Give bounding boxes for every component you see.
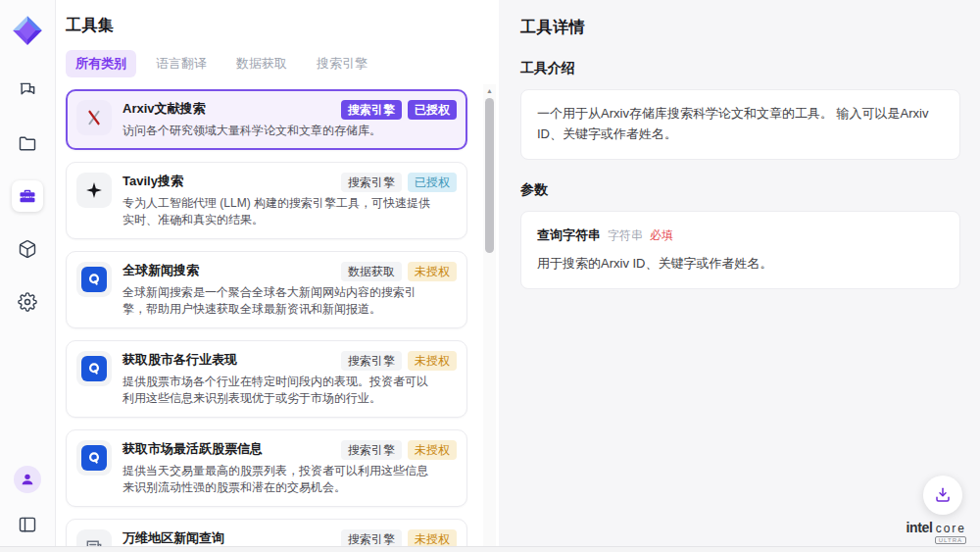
arxiv-tool-icon (76, 100, 112, 135)
tool-card[interactable]: Tavily搜索搜索引擎已授权专为人工智能代理 (LLM) 构建的搜索引擎工具，… (66, 162, 467, 239)
tab-category-1[interactable]: 语言翻译 (146, 50, 217, 77)
params-heading: 参数 (520, 181, 960, 199)
qblue-tool-icon (76, 351, 112, 386)
user-avatar[interactable] (14, 466, 41, 493)
intel-wordmark: intel (906, 520, 932, 535)
gear-icon (18, 292, 37, 312)
tool-title: 获取股市各行业表现 (122, 351, 237, 369)
scroll-up-icon[interactable]: ▲ (483, 84, 496, 97)
ultra-badge: Ultra (935, 536, 966, 544)
qblue-tool-icon (76, 440, 112, 476)
tool-description: 全球新闻搜索是一个聚合全球各大新闻网站内容的搜索引擎，帮助用户快速获取全球最新资… (122, 284, 434, 318)
app-logo-icon (11, 14, 44, 47)
intro-card: 一个用于从Arxiv存储库搜索科学论文和文章的工具。 输入可以是Arxiv ID… (520, 89, 960, 160)
tool-category-badge: 搜索引擎 (341, 173, 402, 192)
param-card: 查询字符串 字符串 必填 用于搜索的Arxiv ID、关键字或作者姓名。 (520, 211, 960, 290)
intro-text: 一个用于从Arxiv存储库搜索科学论文和文章的工具。 输入可以是Arxiv ID… (537, 106, 928, 141)
tool-title: 全球新闻搜索 (122, 262, 199, 279)
tool-card[interactable]: Arxiv文献搜索搜索引擎已授权访问各个研究领域大量科学论文和文章的存储库。 (66, 89, 467, 150)
detail-title: 工具详情 (520, 18, 960, 38)
param-name: 查询字符串 (537, 226, 601, 246)
tool-title: Tavily搜索 (122, 173, 183, 190)
tool-auth-badge: 已授权 (408, 173, 457, 192)
sidebar-item-folder[interactable] (12, 127, 43, 159)
sidebar-item-tools[interactable] (12, 180, 43, 212)
param-required-badge: 必填 (650, 226, 673, 245)
chat-icon (18, 80, 37, 100)
tool-category-badge: 搜索引擎 (341, 100, 402, 120)
sidebar-item-chat[interactable] (12, 75, 43, 106)
tool-card-list: Arxiv文献搜索搜索引擎已授权访问各个研究领域大量科学论文和文章的存储库。Ta… (66, 89, 467, 552)
page-title: 工具集 (66, 16, 499, 36)
sidebar-nav (12, 75, 43, 318)
sidebar-item-settings[interactable] (12, 286, 43, 318)
tool-description: 专为人工智能代理 (LLM) 构建的搜索引擎工具，可快速提供实时、准确和真实的结… (122, 195, 434, 228)
download-icon (934, 486, 952, 504)
tool-category-badge: 数据获取 (341, 262, 402, 281)
tool-list-panel: 工具集 所有类别语言翻译数据获取搜索引擎 Arxiv文献搜索搜索引擎已授权访问各… (56, 0, 499, 552)
qblue-tool-icon (76, 262, 112, 297)
tab-category-3[interactable]: 搜索引擎 (307, 50, 377, 77)
tool-detail-panel: 工具详情 工具介绍 一个用于从Arxiv存储库搜索科学论文和文章的工具。 输入可… (499, 0, 980, 552)
category-tabs: 所有类别语言翻译数据获取搜索引擎 (66, 50, 499, 77)
tab-category-0[interactable]: 所有类别 (66, 50, 136, 77)
scrollbar-thumb[interactable] (485, 98, 494, 253)
tool-title: 万维地区新闻查询 (122, 529, 224, 547)
param-description: 用于搜索的Arxiv ID、关键字或作者姓名。 (537, 254, 944, 275)
window-bottom-edge (0, 546, 980, 552)
tool-auth-badge: 未授权 (408, 351, 457, 371)
param-type: 字符串 (608, 226, 643, 245)
sidebar-item-models[interactable] (12, 233, 43, 265)
toolbox-icon (18, 186, 37, 206)
tool-category-badge: 搜索引擎 (341, 440, 402, 460)
sidebar (0, 0, 56, 552)
tab-category-2[interactable]: 数据获取 (226, 50, 297, 77)
tool-title: 获取市场最活跃股票信息 (122, 440, 263, 458)
tool-description: 提供股票市场各个行业在特定时间段内的表现。投资者可以利用这些信息来识别表现优于或… (122, 374, 434, 407)
tool-auth-badge: 已授权 (408, 100, 457, 120)
tool-card[interactable]: 获取股市各行业表现搜索引擎未授权提供股票市场各个行业在特定时间段内的表现。投资者… (66, 340, 467, 418)
tool-description: 访问各个研究领域大量科学论文和文章的存储库。 (122, 123, 434, 139)
cube-icon (18, 239, 37, 259)
app-window: 工具集 所有类别语言翻译数据获取搜索引擎 Arxiv文献搜索搜索引擎已授权访问各… (0, 0, 980, 552)
tool-auth-badge: 未授权 (408, 262, 457, 281)
download-button[interactable] (923, 476, 962, 515)
sidebar-collapse-icon[interactable] (12, 509, 43, 540)
intel-core-logo: intel core Ultra (906, 520, 966, 544)
core-wordmark: core (936, 522, 966, 535)
folder-icon (18, 133, 37, 153)
tool-card[interactable]: 获取市场最活跃股票信息搜索引擎未授权提供当天交易量最高的股票列表，投资者可以利用… (66, 429, 467, 507)
list-scrollbar[interactable]: ▲ (483, 84, 496, 552)
tool-description: 提供当天交易量最高的股票列表，投资者可以利用这些信息来识别流动性强的股票和潜在的… (122, 463, 434, 496)
tool-auth-badge: 未授权 (408, 440, 457, 460)
tavily-tool-icon (76, 173, 112, 208)
tool-category-badge: 搜索引擎 (341, 351, 402, 371)
tool-card[interactable]: 全球新闻搜索数据获取未授权全球新闻搜索是一个聚合全球各大新闻网站内容的搜索引擎，… (66, 251, 467, 328)
tool-title: Arxiv文献搜索 (122, 100, 206, 118)
intro-heading: 工具介绍 (520, 60, 960, 77)
